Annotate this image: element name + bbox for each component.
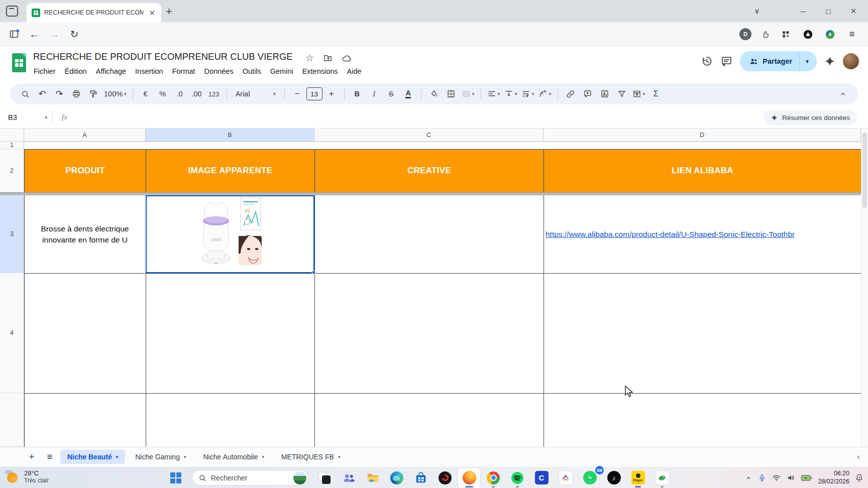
red-emblem-app-icon[interactable] bbox=[434, 468, 456, 488]
active-cell-selection[interactable] bbox=[146, 195, 314, 273]
gemini-diamond-icon[interactable] bbox=[824, 55, 836, 67]
row-header-4[interactable]: 4 bbox=[0, 273, 24, 393]
sheet-tab-niche-gaming[interactable]: Niche Gaming▾ bbox=[128, 450, 193, 464]
undo-button[interactable]: ↶ bbox=[34, 86, 50, 102]
window-maximize-button[interactable]: □ bbox=[817, 0, 840, 22]
sheet-tab-niche-beaute[interactable]: Niche Beauté▾ bbox=[60, 450, 125, 464]
alibaba-link[interactable]: https://www.alibaba.com/product-detail/U… bbox=[546, 230, 795, 239]
firefox-icon[interactable] bbox=[458, 468, 480, 488]
sheet-tab-metriques-fb[interactable]: METRIQUES FB▾ bbox=[274, 450, 348, 464]
toolbar-collapse-chevron[interactable] bbox=[835, 86, 851, 102]
row-header-2[interactable]: 2 bbox=[0, 149, 24, 192]
name-box-caret-icon[interactable]: ▾ bbox=[45, 115, 47, 120]
battery-icon[interactable] bbox=[801, 473, 813, 482]
tab-close-icon[interactable]: ✕ bbox=[148, 9, 156, 17]
menu-donnees[interactable]: Données bbox=[200, 65, 238, 77]
move-folder-icon[interactable] bbox=[323, 53, 333, 63]
decrease-font-size-button[interactable]: − bbox=[289, 86, 305, 102]
paint-format-button[interactable] bbox=[85, 86, 101, 102]
microphone-icon[interactable] bbox=[757, 473, 767, 482]
extension-d-icon[interactable]: D bbox=[739, 28, 751, 40]
header-cell-lien-alibaba[interactable]: LIEN ALIBABA bbox=[544, 149, 861, 192]
teams-icon[interactable] bbox=[338, 468, 360, 488]
increase-font-size-button[interactable]: + bbox=[323, 86, 340, 102]
filter-views-button[interactable]: ▾ bbox=[631, 86, 647, 102]
tiktok-icon[interactable]: ♪ bbox=[603, 468, 625, 488]
share-dropdown-caret[interactable]: ▼ bbox=[799, 51, 817, 71]
row-header-1[interactable]: 1 bbox=[0, 142, 24, 149]
name-box[interactable]: B3 ▾ bbox=[0, 113, 52, 121]
format-currency-button[interactable]: € bbox=[138, 86, 154, 102]
comments-icon[interactable] bbox=[720, 55, 733, 68]
notifications-bell-icon[interactable]: z bbox=[854, 473, 864, 482]
insert-comment-button[interactable] bbox=[580, 86, 596, 102]
sheets-logo[interactable] bbox=[12, 53, 26, 72]
share-button[interactable]: Partager ▼ bbox=[740, 51, 817, 71]
chrome-icon[interactable] bbox=[482, 468, 504, 488]
spotify-icon[interactable] bbox=[506, 468, 528, 488]
clickup-icon[interactable] bbox=[555, 468, 577, 488]
document-title[interactable]: RECHERCHE DE PRODUIT ECOMPRENEUR CLUB VI… bbox=[33, 51, 293, 62]
star-document-icon[interactable]: ☆ bbox=[305, 52, 314, 64]
column-header-d[interactable]: D bbox=[544, 129, 861, 142]
number-format-button[interactable]: 123 bbox=[206, 86, 222, 102]
idm-extension-icon[interactable] bbox=[824, 28, 836, 40]
edge-icon[interactable] bbox=[386, 468, 408, 488]
bold-button[interactable]: B bbox=[349, 86, 365, 102]
file-explorer-icon[interactable] bbox=[362, 468, 384, 488]
cell-a3-product[interactable]: Brosse à dents électrique innovante en f… bbox=[25, 195, 145, 273]
column-header-a[interactable]: A bbox=[24, 129, 146, 142]
insert-link-button[interactable] bbox=[563, 86, 579, 102]
whatsapp-icon[interactable]: 59 bbox=[579, 468, 601, 488]
start-button[interactable] bbox=[165, 468, 187, 488]
row-header-5[interactable] bbox=[0, 393, 24, 447]
vertical-align-button[interactable]: ▾ bbox=[503, 86, 519, 102]
version-history-icon[interactable] bbox=[700, 55, 713, 68]
green-croc-app-icon[interactable] bbox=[651, 468, 673, 488]
summarize-data-chip[interactable]: Résumer ces données bbox=[764, 110, 857, 125]
format-percent-button[interactable]: % bbox=[155, 86, 171, 102]
menu-affichage[interactable]: Affichage bbox=[91, 65, 131, 77]
header-cell-image-apparente[interactable]: IMAGE APPARENTE bbox=[146, 149, 314, 192]
select-all-corner[interactable] bbox=[0, 129, 24, 142]
microsoft-store-icon[interactable] bbox=[410, 468, 432, 488]
italic-button[interactable]: I bbox=[366, 86, 382, 102]
cloud-saved-icon[interactable] bbox=[342, 53, 352, 63]
new-tab-button[interactable]: + bbox=[166, 5, 172, 18]
menu-aide[interactable]: Aide bbox=[343, 65, 366, 77]
strikethrough-button[interactable]: S bbox=[383, 86, 399, 102]
sidebar-window-icon[interactable] bbox=[8, 28, 20, 40]
column-header-b[interactable]: B bbox=[146, 129, 314, 142]
player-app-icon[interactable]: Player bbox=[627, 468, 649, 488]
horizontal-align-button[interactable]: ▾ bbox=[486, 86, 502, 102]
tray-chevron-icon[interactable] bbox=[744, 474, 752, 482]
tab-list-chevron-icon[interactable]: ∨ bbox=[745, 0, 769, 22]
zoom-select[interactable]: 100%▾ bbox=[102, 86, 128, 102]
redo-button[interactable]: ↷ bbox=[51, 86, 67, 102]
font-size-input[interactable]: 13 bbox=[306, 87, 322, 100]
adblock-extension-icon[interactable] bbox=[802, 28, 814, 40]
menu-fichier[interactable]: Fichier bbox=[29, 65, 60, 77]
tab-actions-icon[interactable] bbox=[6, 6, 18, 17]
menu-format[interactable]: Format bbox=[168, 65, 200, 77]
toolbar-search-icon[interactable] bbox=[17, 86, 33, 102]
font-select[interactable]: Arial▾ bbox=[232, 86, 280, 102]
all-sheets-menu-icon[interactable]: ≡ bbox=[42, 449, 57, 464]
apps-grid-plus-icon[interactable] bbox=[780, 28, 792, 40]
cell-d3-link[interactable]: https://www.alibaba.com/product-detail/U… bbox=[545, 195, 860, 273]
create-filter-button[interactable] bbox=[614, 86, 630, 102]
weather-widget[interactable]: 28°C Très clair bbox=[5, 469, 49, 484]
text-color-button[interactable]: A bbox=[400, 86, 416, 102]
user-avatar[interactable] bbox=[843, 53, 859, 69]
add-sheet-button[interactable]: + bbox=[24, 449, 39, 464]
task-view-button[interactable] bbox=[313, 468, 336, 488]
insert-chart-button[interactable] bbox=[597, 86, 613, 102]
window-close-button[interactable]: × bbox=[842, 0, 865, 22]
sheet-tab-niche-automobile[interactable]: Niche Automobile▾ bbox=[196, 450, 271, 464]
header-cell-creative[interactable]: CREATIVE bbox=[315, 149, 544, 192]
spreadsheet-grid[interactable]: A B C D 1 2 3 4 PRODUIT IMAGE APPARENTE … bbox=[0, 129, 868, 447]
browser-tab[interactable]: RECHERCHE DE PRODUIT ECOM ✕ bbox=[27, 3, 161, 22]
forward-button[interactable]: → bbox=[48, 28, 60, 40]
vertical-scrollbar[interactable] bbox=[861, 129, 868, 447]
volume-icon[interactable] bbox=[786, 473, 796, 482]
